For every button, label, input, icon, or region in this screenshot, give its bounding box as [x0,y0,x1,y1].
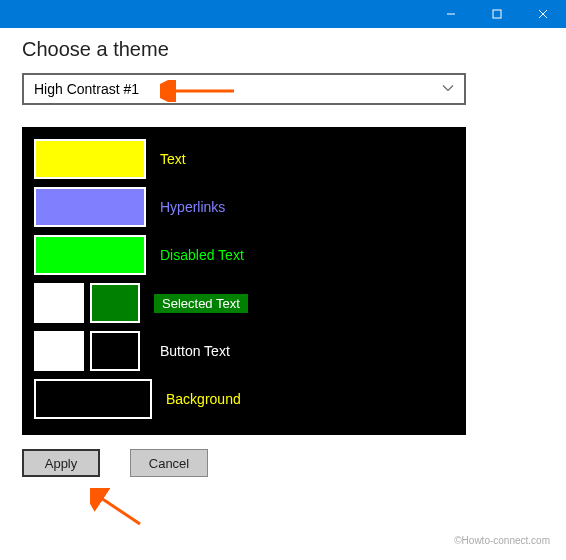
swatch-selected-fg[interactable] [34,283,84,323]
swatch-button-fg[interactable] [34,331,84,371]
action-buttons: Apply Cancel [22,449,544,477]
maximize-button[interactable] [474,0,520,28]
chevron-down-icon [442,84,454,95]
swatch-background-color[interactable] [34,379,152,419]
swatch-selected-bg[interactable] [90,283,140,323]
close-button[interactable] [520,0,566,28]
apply-button[interactable]: Apply [22,449,100,477]
preview-label: Button Text [154,343,230,359]
preview-row-disabled: Disabled Text [34,235,454,275]
window-titlebar [0,0,566,28]
theme-dropdown[interactable]: High Contrast #1 [22,73,466,105]
minimize-button[interactable] [428,0,474,28]
swatch-text-color[interactable] [34,139,146,179]
preview-label: Background [166,391,241,407]
preview-row-background: Background [34,379,454,419]
page-title: Choose a theme [22,38,544,61]
preview-row-selected: Selected Text [34,283,454,323]
preview-label: Disabled Text [160,247,244,263]
svg-line-7 [98,496,140,524]
preview-row-text: Text [34,139,454,179]
preview-row-button: Button Text [34,331,454,371]
swatch-button-bg[interactable] [90,331,140,371]
preview-label: Text [160,151,186,167]
watermark-text: ©Howto-connect.com [454,535,550,546]
svg-rect-1 [493,10,501,18]
theme-dropdown-value: High Contrast #1 [34,81,139,97]
annotation-arrow-icon [90,488,150,528]
theme-preview-panel: Text Hyperlinks Disabled Text Selected T… [22,127,466,435]
preview-label: Hyperlinks [160,199,225,215]
preview-row-hyperlinks: Hyperlinks [34,187,454,227]
preview-label: Selected Text [154,294,248,313]
cancel-button[interactable]: Cancel [130,449,208,477]
swatch-disabled-color[interactable] [34,235,146,275]
swatch-hyperlink-color[interactable] [34,187,146,227]
